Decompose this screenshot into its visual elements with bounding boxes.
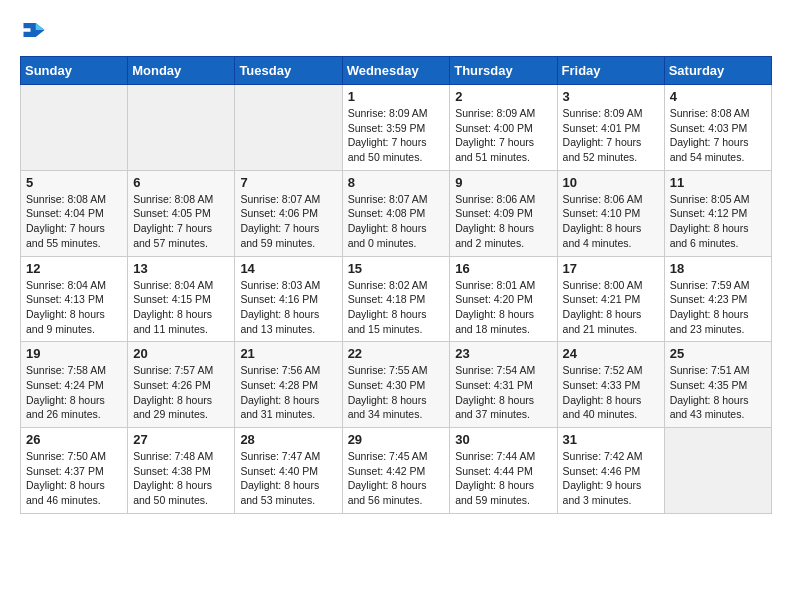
day-number: 20 bbox=[133, 346, 229, 361]
page: SundayMondayTuesdayWednesdayThursdayFrid… bbox=[0, 0, 792, 534]
weekday-header-friday: Friday bbox=[557, 57, 664, 85]
calendar-week-row: 1Sunrise: 8:09 AM Sunset: 3:59 PM Daylig… bbox=[21, 85, 772, 171]
calendar-cell: 12Sunrise: 8:04 AM Sunset: 4:13 PM Dayli… bbox=[21, 256, 128, 342]
calendar-cell: 3Sunrise: 8:09 AM Sunset: 4:01 PM Daylig… bbox=[557, 85, 664, 171]
day-info: Sunrise: 8:06 AM Sunset: 4:10 PM Dayligh… bbox=[563, 192, 659, 251]
calendar-cell: 27Sunrise: 7:48 AM Sunset: 4:38 PM Dayli… bbox=[128, 428, 235, 514]
calendar-cell bbox=[664, 428, 771, 514]
weekday-header-thursday: Thursday bbox=[450, 57, 557, 85]
weekday-header-sunday: Sunday bbox=[21, 57, 128, 85]
calendar-cell: 28Sunrise: 7:47 AM Sunset: 4:40 PM Dayli… bbox=[235, 428, 342, 514]
calendar-cell: 7Sunrise: 8:07 AM Sunset: 4:06 PM Daylig… bbox=[235, 170, 342, 256]
day-info: Sunrise: 8:02 AM Sunset: 4:18 PM Dayligh… bbox=[348, 278, 445, 337]
day-info: Sunrise: 7:44 AM Sunset: 4:44 PM Dayligh… bbox=[455, 449, 551, 508]
calendar-cell: 19Sunrise: 7:58 AM Sunset: 4:24 PM Dayli… bbox=[21, 342, 128, 428]
calendar-cell: 2Sunrise: 8:09 AM Sunset: 4:00 PM Daylig… bbox=[450, 85, 557, 171]
weekday-header-tuesday: Tuesday bbox=[235, 57, 342, 85]
day-info: Sunrise: 7:59 AM Sunset: 4:23 PM Dayligh… bbox=[670, 278, 766, 337]
day-number: 18 bbox=[670, 261, 766, 276]
calendar-cell: 18Sunrise: 7:59 AM Sunset: 4:23 PM Dayli… bbox=[664, 256, 771, 342]
calendar-cell: 20Sunrise: 7:57 AM Sunset: 4:26 PM Dayli… bbox=[128, 342, 235, 428]
calendar-cell: 10Sunrise: 8:06 AM Sunset: 4:10 PM Dayli… bbox=[557, 170, 664, 256]
day-number: 3 bbox=[563, 89, 659, 104]
day-number: 2 bbox=[455, 89, 551, 104]
calendar-cell: 21Sunrise: 7:56 AM Sunset: 4:28 PM Dayli… bbox=[235, 342, 342, 428]
calendar-cell: 9Sunrise: 8:06 AM Sunset: 4:09 PM Daylig… bbox=[450, 170, 557, 256]
day-info: Sunrise: 7:45 AM Sunset: 4:42 PM Dayligh… bbox=[348, 449, 445, 508]
header bbox=[20, 16, 772, 44]
day-number: 5 bbox=[26, 175, 122, 190]
calendar: SundayMondayTuesdayWednesdayThursdayFrid… bbox=[20, 56, 772, 514]
day-info: Sunrise: 8:08 AM Sunset: 4:04 PM Dayligh… bbox=[26, 192, 122, 251]
day-info: Sunrise: 8:08 AM Sunset: 4:05 PM Dayligh… bbox=[133, 192, 229, 251]
day-number: 26 bbox=[26, 432, 122, 447]
day-number: 9 bbox=[455, 175, 551, 190]
day-number: 7 bbox=[240, 175, 336, 190]
day-number: 31 bbox=[563, 432, 659, 447]
day-number: 15 bbox=[348, 261, 445, 276]
day-info: Sunrise: 8:09 AM Sunset: 4:00 PM Dayligh… bbox=[455, 106, 551, 165]
day-number: 11 bbox=[670, 175, 766, 190]
day-info: Sunrise: 7:50 AM Sunset: 4:37 PM Dayligh… bbox=[26, 449, 122, 508]
calendar-cell: 5Sunrise: 8:08 AM Sunset: 4:04 PM Daylig… bbox=[21, 170, 128, 256]
calendar-week-row: 12Sunrise: 8:04 AM Sunset: 4:13 PM Dayli… bbox=[21, 256, 772, 342]
day-number: 14 bbox=[240, 261, 336, 276]
day-number: 21 bbox=[240, 346, 336, 361]
day-number: 23 bbox=[455, 346, 551, 361]
day-info: Sunrise: 8:09 AM Sunset: 3:59 PM Dayligh… bbox=[348, 106, 445, 165]
calendar-cell: 22Sunrise: 7:55 AM Sunset: 4:30 PM Dayli… bbox=[342, 342, 450, 428]
day-info: Sunrise: 7:48 AM Sunset: 4:38 PM Dayligh… bbox=[133, 449, 229, 508]
svg-marker-1 bbox=[36, 23, 45, 30]
calendar-cell: 11Sunrise: 8:05 AM Sunset: 4:12 PM Dayli… bbox=[664, 170, 771, 256]
day-number: 25 bbox=[670, 346, 766, 361]
weekday-header-saturday: Saturday bbox=[664, 57, 771, 85]
day-info: Sunrise: 7:58 AM Sunset: 4:24 PM Dayligh… bbox=[26, 363, 122, 422]
day-info: Sunrise: 7:51 AM Sunset: 4:35 PM Dayligh… bbox=[670, 363, 766, 422]
day-info: Sunrise: 7:47 AM Sunset: 4:40 PM Dayligh… bbox=[240, 449, 336, 508]
calendar-cell bbox=[21, 85, 128, 171]
day-number: 10 bbox=[563, 175, 659, 190]
calendar-body: 1Sunrise: 8:09 AM Sunset: 3:59 PM Daylig… bbox=[21, 85, 772, 514]
logo-icon bbox=[20, 16, 48, 44]
logo bbox=[20, 16, 52, 44]
calendar-cell: 29Sunrise: 7:45 AM Sunset: 4:42 PM Dayli… bbox=[342, 428, 450, 514]
day-number: 27 bbox=[133, 432, 229, 447]
weekday-header-wednesday: Wednesday bbox=[342, 57, 450, 85]
calendar-cell: 23Sunrise: 7:54 AM Sunset: 4:31 PM Dayli… bbox=[450, 342, 557, 428]
day-info: Sunrise: 8:01 AM Sunset: 4:20 PM Dayligh… bbox=[455, 278, 551, 337]
calendar-cell: 30Sunrise: 7:44 AM Sunset: 4:44 PM Dayli… bbox=[450, 428, 557, 514]
day-info: Sunrise: 7:54 AM Sunset: 4:31 PM Dayligh… bbox=[455, 363, 551, 422]
day-number: 16 bbox=[455, 261, 551, 276]
calendar-cell: 16Sunrise: 8:01 AM Sunset: 4:20 PM Dayli… bbox=[450, 256, 557, 342]
day-info: Sunrise: 8:08 AM Sunset: 4:03 PM Dayligh… bbox=[670, 106, 766, 165]
weekday-header-monday: Monday bbox=[128, 57, 235, 85]
day-info: Sunrise: 8:07 AM Sunset: 4:08 PM Dayligh… bbox=[348, 192, 445, 251]
day-info: Sunrise: 7:56 AM Sunset: 4:28 PM Dayligh… bbox=[240, 363, 336, 422]
day-number: 12 bbox=[26, 261, 122, 276]
day-info: Sunrise: 8:03 AM Sunset: 4:16 PM Dayligh… bbox=[240, 278, 336, 337]
day-info: Sunrise: 8:00 AM Sunset: 4:21 PM Dayligh… bbox=[563, 278, 659, 337]
day-number: 29 bbox=[348, 432, 445, 447]
day-info: Sunrise: 8:06 AM Sunset: 4:09 PM Dayligh… bbox=[455, 192, 551, 251]
calendar-cell: 17Sunrise: 8:00 AM Sunset: 4:21 PM Dayli… bbox=[557, 256, 664, 342]
calendar-cell: 31Sunrise: 7:42 AM Sunset: 4:46 PM Dayli… bbox=[557, 428, 664, 514]
calendar-week-row: 26Sunrise: 7:50 AM Sunset: 4:37 PM Dayli… bbox=[21, 428, 772, 514]
calendar-cell: 15Sunrise: 8:02 AM Sunset: 4:18 PM Dayli… bbox=[342, 256, 450, 342]
day-number: 6 bbox=[133, 175, 229, 190]
day-number: 30 bbox=[455, 432, 551, 447]
weekday-header-row: SundayMondayTuesdayWednesdayThursdayFrid… bbox=[21, 57, 772, 85]
calendar-cell: 26Sunrise: 7:50 AM Sunset: 4:37 PM Dayli… bbox=[21, 428, 128, 514]
calendar-cell: 13Sunrise: 8:04 AM Sunset: 4:15 PM Dayli… bbox=[128, 256, 235, 342]
calendar-header: SundayMondayTuesdayWednesdayThursdayFrid… bbox=[21, 57, 772, 85]
calendar-week-row: 5Sunrise: 8:08 AM Sunset: 4:04 PM Daylig… bbox=[21, 170, 772, 256]
day-info: Sunrise: 7:55 AM Sunset: 4:30 PM Dayligh… bbox=[348, 363, 445, 422]
day-info: Sunrise: 8:05 AM Sunset: 4:12 PM Dayligh… bbox=[670, 192, 766, 251]
calendar-week-row: 19Sunrise: 7:58 AM Sunset: 4:24 PM Dayli… bbox=[21, 342, 772, 428]
day-info: Sunrise: 8:04 AM Sunset: 4:13 PM Dayligh… bbox=[26, 278, 122, 337]
day-number: 22 bbox=[348, 346, 445, 361]
day-number: 8 bbox=[348, 175, 445, 190]
calendar-cell: 25Sunrise: 7:51 AM Sunset: 4:35 PM Dayli… bbox=[664, 342, 771, 428]
calendar-cell: 14Sunrise: 8:03 AM Sunset: 4:16 PM Dayli… bbox=[235, 256, 342, 342]
calendar-cell: 6Sunrise: 8:08 AM Sunset: 4:05 PM Daylig… bbox=[128, 170, 235, 256]
day-info: Sunrise: 8:09 AM Sunset: 4:01 PM Dayligh… bbox=[563, 106, 659, 165]
